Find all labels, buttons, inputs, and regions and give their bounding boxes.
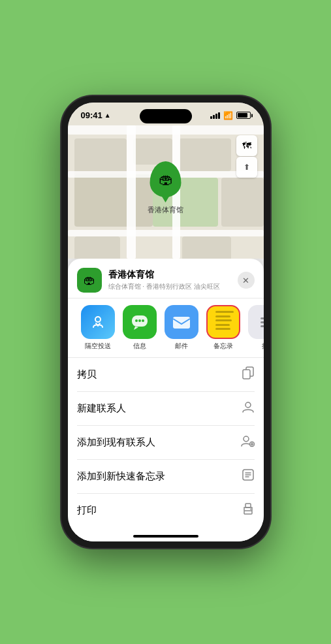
print-icon bbox=[242, 502, 255, 519]
notes-label: 备忘录 bbox=[213, 342, 233, 351]
share-messages[interactable]: 信息 bbox=[119, 305, 161, 351]
copy-icon bbox=[242, 366, 255, 383]
action-new-contact-label: 新建联系人 bbox=[77, 402, 126, 415]
svg-point-8 bbox=[245, 402, 251, 408]
svg-point-3 bbox=[138, 319, 141, 322]
dynamic-island bbox=[140, 109, 192, 123]
phone-screen: 09:41 ▲ 📶 bbox=[68, 103, 264, 541]
share-row: 隔空投送 信息 bbox=[68, 298, 264, 358]
action-add-contact[interactable]: 添加到现有联系人 bbox=[77, 426, 255, 460]
venue-name: 香港体育馆 bbox=[108, 269, 231, 281]
home-bar bbox=[133, 535, 198, 538]
venue-subtitle: 综合体育馆 · 香港特别行政区 油尖旺区 bbox=[108, 282, 231, 291]
svg-point-19 bbox=[250, 509, 251, 510]
action-print[interactable]: 打印 bbox=[77, 494, 255, 527]
share-airdrop[interactable]: 隔空投送 bbox=[77, 305, 119, 351]
map-pin: 🏟 bbox=[150, 161, 181, 197]
action-print-label: 打印 bbox=[77, 504, 97, 517]
signal-strength-icon bbox=[210, 112, 220, 119]
airdrop-label: 隔空投送 bbox=[85, 342, 111, 351]
messages-icon bbox=[123, 305, 157, 339]
svg-point-0 bbox=[95, 317, 101, 322]
pin-dot bbox=[165, 197, 167, 199]
more-label: 提 bbox=[262, 342, 264, 351]
pin-venue-icon: 🏟 bbox=[159, 171, 173, 188]
messages-label: 信息 bbox=[133, 342, 146, 351]
more-icon bbox=[248, 305, 264, 339]
map-area: 地铁 南口 🗺 ⬆ 🏟 香港体育馆 bbox=[68, 103, 264, 259]
svg-rect-17 bbox=[244, 511, 252, 514]
action-add-notes[interactable]: 添加到新快速备忘录 bbox=[77, 460, 255, 494]
venue-info: 香港体育馆 综合体育馆 · 香港特别行政区 油尖旺区 bbox=[108, 269, 231, 291]
bottom-sheet: 🏟 香港体育馆 综合体育馆 · 香港特别行政区 油尖旺区 ✕ bbox=[68, 259, 264, 541]
add-contact-icon bbox=[240, 434, 255, 451]
location-arrow-icon: ▲ bbox=[104, 112, 111, 119]
more-dots-icon bbox=[260, 317, 264, 327]
share-notes[interactable]: 备忘录 bbox=[202, 305, 244, 351]
svg-point-4 bbox=[142, 319, 144, 322]
venue-icon: 🏟 bbox=[77, 268, 102, 293]
phone-frame: 09:41 ▲ 📶 bbox=[61, 96, 270, 548]
airdrop-icon bbox=[81, 305, 115, 339]
map-view-button[interactable]: 🗺 bbox=[236, 135, 257, 156]
svg-rect-18 bbox=[245, 504, 251, 507]
close-button[interactable]: ✕ bbox=[238, 272, 255, 289]
status-icons: 📶 bbox=[210, 111, 251, 120]
action-copy-label: 拷贝 bbox=[77, 368, 97, 381]
map-pin-container: 🏟 香港体育馆 bbox=[148, 161, 183, 215]
share-more[interactable]: 提 bbox=[244, 305, 264, 351]
action-add-notes-label: 添加到新快速备忘录 bbox=[77, 470, 165, 483]
sheet-header: 🏟 香港体育馆 综合体育馆 · 香港特别行政区 油尖旺区 ✕ bbox=[68, 259, 264, 298]
home-indicator bbox=[68, 527, 264, 541]
action-copy[interactable]: 拷贝 bbox=[77, 358, 255, 392]
new-contact-icon bbox=[242, 400, 255, 417]
action-new-contact[interactable]: 新建联系人 bbox=[77, 392, 255, 426]
wifi-icon: 📶 bbox=[223, 111, 233, 120]
action-list: 拷贝 新建联系人 bbox=[68, 358, 264, 527]
action-add-contact-label: 添加到现有联系人 bbox=[77, 436, 155, 449]
share-mail[interactable]: 邮件 bbox=[161, 305, 202, 351]
mail-label: 邮件 bbox=[175, 342, 188, 351]
map-controls[interactable]: 🗺 ⬆ bbox=[236, 135, 257, 178]
svg-rect-7 bbox=[243, 370, 250, 379]
svg-rect-5 bbox=[173, 317, 190, 329]
mail-icon bbox=[165, 305, 198, 339]
notes-icon bbox=[206, 305, 240, 339]
status-time: 09:41 bbox=[81, 110, 102, 120]
add-notes-icon bbox=[242, 468, 255, 485]
pin-label: 香港体育馆 bbox=[148, 205, 183, 215]
location-button[interactable]: ⬆ bbox=[236, 157, 257, 178]
svg-point-2 bbox=[135, 319, 138, 322]
battery-icon bbox=[236, 112, 251, 119]
svg-point-9 bbox=[244, 436, 249, 442]
